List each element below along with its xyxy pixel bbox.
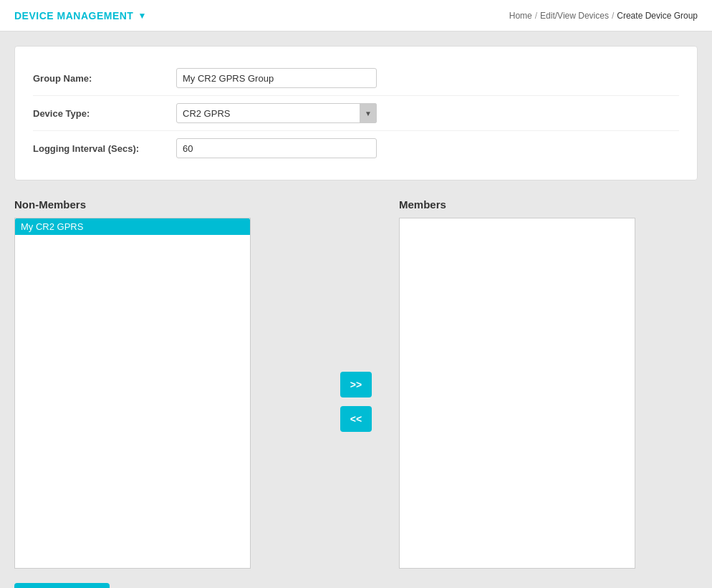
- non-members-list-wrap: My CR2 GPRS: [14, 218, 251, 569]
- form-row-logging-interval: Logging Interval (Secs):: [33, 131, 679, 165]
- members-section: Non-Members My CR2 GPRS >> << Members: [14, 198, 698, 569]
- move-left-button[interactable]: <<: [340, 406, 372, 432]
- arrow-buttons-panel: >> <<: [313, 336, 399, 432]
- form-row-group-name: Group Name:: [33, 61, 679, 96]
- header: DEVICE MANAGEMENT ▼ Home / Edit/View Dev…: [0, 0, 712, 32]
- breadcrumb-separator-2: /: [612, 11, 614, 21]
- non-members-listbox[interactable]: My CR2 GPRS: [15, 218, 250, 568]
- brand-title: DEVICE MANAGEMENT: [14, 10, 133, 21]
- brand: DEVICE MANAGEMENT ▼: [14, 10, 146, 21]
- main-content: Group Name: Device Type: CR2 GPRS CR2 Wi…: [0, 32, 712, 588]
- form-row-device-type: Device Type: CR2 GPRS CR2 WiFi CR3 GPRS …: [33, 96, 679, 131]
- move-right-button[interactable]: >>: [340, 372, 372, 397]
- members-title: Members: [399, 198, 698, 211]
- breadcrumb-edit-view[interactable]: Edit/View Devices: [540, 11, 609, 21]
- members-panel: Members: [399, 198, 698, 569]
- members-list-wrap: [399, 218, 635, 569]
- footer-actions: Add Members: [14, 583, 698, 588]
- members-listbox[interactable]: [400, 218, 635, 568]
- device-type-select-wrap: CR2 GPRS CR2 WiFi CR3 GPRS CR3 WiFi ▼: [176, 103, 377, 123]
- non-members-title: Non-Members: [14, 198, 313, 211]
- group-name-input[interactable]: [176, 68, 377, 88]
- device-type-select[interactable]: CR2 GPRS CR2 WiFi CR3 GPRS CR3 WiFi: [176, 103, 377, 123]
- breadcrumb: Home / Edit/View Devices / Create Device…: [509, 11, 698, 21]
- breadcrumb-current: Create Device Group: [617, 11, 698, 21]
- logging-interval-label: Logging Interval (Secs):: [33, 143, 176, 154]
- device-type-label: Device Type:: [33, 108, 176, 119]
- group-name-label: Group Name:: [33, 73, 176, 84]
- breadcrumb-separator-1: /: [535, 11, 537, 21]
- breadcrumb-home[interactable]: Home: [509, 11, 532, 21]
- non-members-panel: Non-Members My CR2 GPRS: [14, 198, 313, 569]
- add-members-button[interactable]: Add Members: [14, 583, 110, 588]
- logging-interval-input[interactable]: [176, 138, 377, 158]
- brand-arrow: ▼: [138, 11, 146, 21]
- form-panel: Group Name: Device Type: CR2 GPRS CR2 Wi…: [14, 46, 698, 180]
